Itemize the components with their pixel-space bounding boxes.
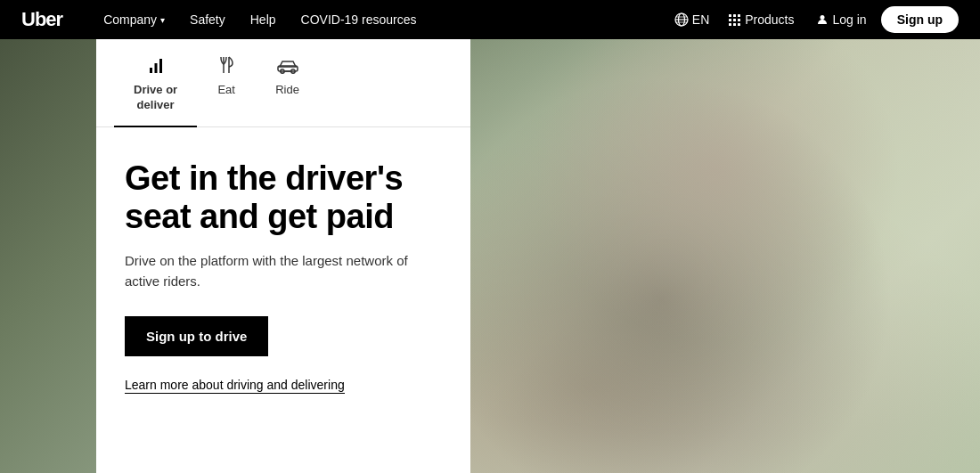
nav-safety[interactable]: Safety xyxy=(177,12,238,27)
cta-drive-button[interactable]: Sign up to drive xyxy=(125,316,268,356)
svg-rect-8 xyxy=(159,59,162,73)
navbar: Uber Company ▾ Safety Help COVID-19 reso… xyxy=(0,0,980,39)
signup-button[interactable]: Sign up xyxy=(881,6,959,33)
navbar-right: EN Products Log in Sign up xyxy=(667,6,959,33)
ride-icon xyxy=(276,55,299,77)
nav-covid[interactable]: COVID-19 resources xyxy=(289,12,429,27)
svg-rect-7 xyxy=(154,63,157,73)
tab-ride[interactable]: Ride xyxy=(256,39,319,127)
grid-icon xyxy=(729,14,740,26)
hero-subtext: Drive on the platform with the largest n… xyxy=(125,251,442,291)
nav-help[interactable]: Help xyxy=(238,12,289,27)
hero-headline: Get in the driver's seat and get paid xyxy=(125,159,442,237)
logo[interactable]: Uber xyxy=(21,8,62,31)
person-icon xyxy=(816,13,829,26)
content-panel: Drive ordeliver Eat xyxy=(96,39,470,473)
chevron-down-icon: ▾ xyxy=(160,15,165,25)
tab-ride-label: Ride xyxy=(275,83,299,98)
nav-company[interactable]: Company ▾ xyxy=(91,12,177,27)
learn-more-link[interactable]: Learn more about driving and delivering xyxy=(125,378,345,394)
tab-eat[interactable]: Eat xyxy=(197,39,256,127)
globe-icon xyxy=(674,12,689,27)
tab-eat-label: Eat xyxy=(217,83,235,98)
nav-links: Company ▾ Safety Help COVID-19 resources xyxy=(91,12,667,27)
hero-person-image xyxy=(392,39,931,473)
svg-point-5 xyxy=(820,15,824,20)
svg-rect-6 xyxy=(150,68,152,73)
language-selector[interactable]: EN xyxy=(667,12,716,27)
tab-drive[interactable]: Drive ordeliver xyxy=(114,39,197,127)
products-menu[interactable]: Products xyxy=(722,12,801,27)
login-button[interactable]: Log in xyxy=(807,12,876,27)
drive-icon xyxy=(146,55,166,77)
main-content: Get in the driver's seat and get paid Dr… xyxy=(96,127,470,473)
tab-drive-label: Drive ordeliver xyxy=(134,83,177,113)
tabs-container: Drive ordeliver Eat xyxy=(96,39,470,127)
eat-icon xyxy=(216,55,236,77)
